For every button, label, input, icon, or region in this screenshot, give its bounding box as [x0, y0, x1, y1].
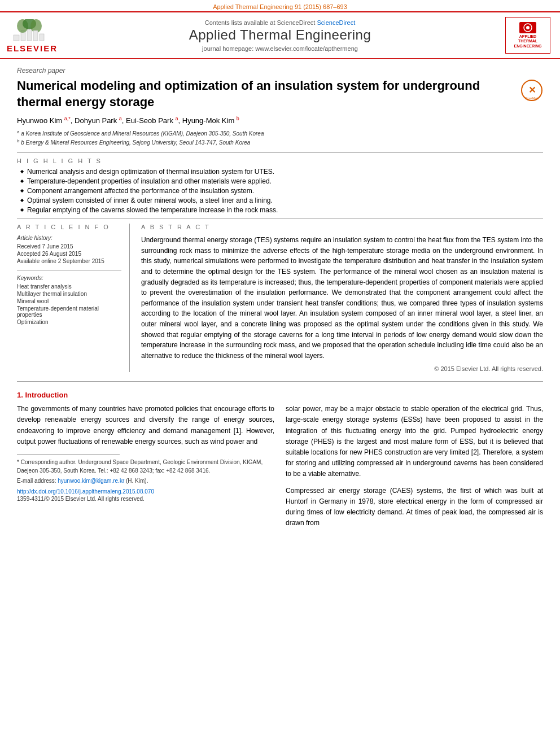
svg-point-10 — [526, 26, 530, 29]
keywords-section: Keywords: Heat transfer analysis Multila… — [17, 275, 121, 325]
journal-header: ELSEVIER Contents lists available at Sci… — [0, 11, 560, 59]
footnote-divider — [17, 454, 120, 455]
introduction-section: 1. Introduction The governments of many … — [17, 391, 543, 528]
svg-text:CrossMark: CrossMark — [525, 97, 539, 100]
keyword-1: Heat transfer analysis — [17, 283, 121, 290]
abstract-column: A B S T R A C T Underground thermal ener… — [141, 224, 543, 372]
article-title: Numerical modeling and optimization of a… — [17, 78, 515, 110]
intro-right-text-2: Compressed air energy storage (CAES) sys… — [286, 486, 543, 529]
intro-left-text: The governments of many countries have p… — [17, 404, 274, 447]
journal-citation-top: Applied Thermal Engineering 91 (2015) 68… — [0, 0, 560, 11]
accepted-date: Accepted 26 August 2015 — [17, 251, 121, 257]
journal-title: Applied Thermal Engineering — [63, 27, 497, 43]
crossmark-badge[interactable]: ✕ CrossMark — [520, 79, 543, 104]
svg-text:✕: ✕ — [528, 85, 536, 95]
highlight-item-1: Numerical analysis and design optimizati… — [20, 168, 543, 176]
issn-line: 1359-4311/© 2015 Elsevier Ltd. All right… — [17, 496, 274, 502]
crossmark-svg: ✕ CrossMark — [520, 79, 543, 102]
intro-left-col: The governments of many countries have p… — [17, 404, 274, 528]
copyright-line: © 2015 Elsevier Ltd. All rights reserved… — [141, 365, 543, 372]
highlight-item-3: Component arrangement affected the perfo… — [20, 187, 543, 195]
divider-info — [17, 270, 121, 270]
journal-icon-svg — [519, 22, 536, 33]
available-date: Available online 2 September 2015 — [17, 258, 121, 264]
highlight-item-2: Temperature-dependent properties of insu… — [20, 177, 543, 185]
journal-center-info: Contents lists available at ScienceDirec… — [63, 19, 497, 52]
research-paper-label: Research paper — [17, 67, 543, 75]
journal-homepage-line: journal homepage: www.elsevier.com/locat… — [63, 45, 497, 52]
main-content: Research paper Numerical modeling and op… — [0, 59, 560, 534]
elsevier-svg-logo — [12, 19, 52, 42]
doi-link[interactable]: http://dx.doi.org/10.1016/j.applthermale… — [17, 488, 274, 495]
keyword-3: Mineral wool — [17, 298, 121, 304]
article-info-heading: A R T I C L E I N F O — [17, 224, 121, 230]
email-link[interactable]: hyunwoo.kim@kigam.re.kr — [58, 478, 124, 484]
elsevier-brand-text: ELSEVIER — [7, 43, 58, 53]
abstract-heading: A B S T R A C T — [141, 224, 543, 230]
journal-logo-right: APPLIEDTHERMALENGINEERING — [502, 17, 553, 54]
received-date: Received 7 June 2015 — [17, 243, 121, 250]
highlight-item-5: Regular emptying of the caverns slowed t… — [20, 206, 543, 214]
contents-available-line: Contents lists available at ScienceDirec… — [63, 19, 497, 26]
highlights-list: Numerical analysis and design optimizati… — [20, 168, 543, 214]
affiliations: a a Korea Institute of Geoscience and Mi… — [17, 129, 543, 147]
introduction-title: 1. Introduction — [17, 391, 543, 399]
divider-3 — [17, 381, 543, 382]
svg-rect-0 — [14, 35, 19, 41]
svg-rect-7 — [40, 34, 44, 41]
article-title-area: Numerical modeling and optimization of a… — [17, 78, 543, 116]
introduction-two-col: The governments of many countries have p… — [17, 404, 543, 528]
article-info-abstract-section: A R T I C L E I N F O Article history: R… — [17, 224, 543, 372]
authors-line: Hyunwoo Kim a,*, Dohyun Park a, Eui-Seob… — [17, 116, 543, 125]
intro-right-col: solar power, may be a major obstacle to … — [286, 404, 543, 528]
keyword-2: Multilayer thermal insulation — [17, 291, 121, 297]
intro-right-text: solar power, may be a major obstacle to … — [286, 404, 543, 479]
keywords-label: Keywords: — [17, 275, 121, 281]
divider-2 — [17, 219, 543, 219]
divider-1 — [17, 152, 543, 153]
footnote-corresponding-author: * Corresponding author. Underground Spac… — [17, 458, 274, 475]
history-label: Article history: — [17, 235, 121, 241]
article-info-column: A R T I C L E I N F O Article history: R… — [17, 224, 130, 372]
article-history: Article history: Received 7 June 2015 Ac… — [17, 235, 121, 264]
keyword-4: Temperature-dependent material propertie… — [17, 305, 121, 318]
elsevier-logo-image — [10, 18, 55, 43]
highlights-heading: H I G H L I G H T S — [17, 158, 543, 164]
elsevier-logo-area: ELSEVIER — [7, 18, 58, 53]
highlights-section: H I G H L I G H T S Numerical analysis a… — [17, 158, 543, 214]
sciencedirect-link[interactable]: ScienceDirect — [317, 19, 355, 26]
abstract-text: Underground thermal energy storage (TES)… — [141, 235, 543, 361]
journal-brand-box: APPLIEDTHERMALENGINEERING — [505, 17, 550, 54]
journal-right-box-label: APPLIEDTHERMALENGINEERING — [514, 34, 541, 49]
svg-rect-6 — [33, 30, 38, 41]
keyword-5: Optimization — [17, 319, 121, 325]
affiliation-a: a a Korea Institute of Geoscience and Mi… — [17, 129, 543, 138]
footnote-email: E-mail address: hyunwoo.kim@kigam.re.kr … — [17, 477, 274, 485]
affiliation-b: b b Energy & Mineral Resources Engineeri… — [17, 138, 543, 147]
highlight-item-4: Optimal system consisted of inner & oute… — [20, 196, 543, 204]
